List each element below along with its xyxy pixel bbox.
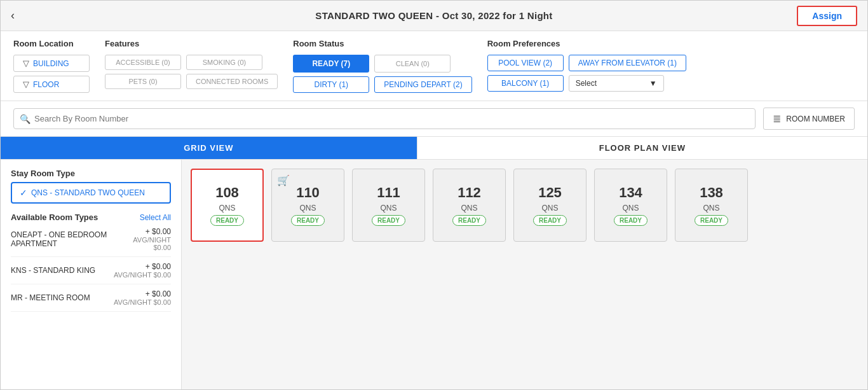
room-type-code: QNS [380,204,397,212]
features-group: Features ACCESSIBLE (0) SMOKING (0) PETS… [105,39,278,89]
room-number: 112 [458,185,481,201]
room-number: 110 [296,185,320,201]
back-button[interactable]: ‹ [11,9,15,22]
sort-icon: ≣ [773,113,781,125]
select-all-link[interactable]: Select All [140,213,171,222]
room-status-badge: READY [695,215,728,226]
room-status-title: Room Status [293,39,471,48]
room-status-badge: READY [452,215,486,226]
select-label: Select [576,79,597,88]
stay-room-type-section: Stay Room Type ✓ QNS - STANDARD TWO QUEE… [11,169,171,204]
room-type-price: + $0.00 AVG/NIGHT $0.00 [114,262,171,279]
room-prefs-title: Room Preferences [487,39,686,48]
available-types-title: Available Room Types [11,212,98,222]
room-location-group: Room Location ▽ BUILDING ▽ FLOOR [13,39,90,93]
available-room-types-section: Available Room Types Select All ONEAPT -… [11,212,171,312]
room-type-item[interactable]: MR - MEETING ROOM + $0.00 AVG/NIGHT $0.0… [11,284,171,312]
check-icon: ✓ [20,188,27,198]
room-type-code: QNS [461,204,477,212]
room-number: 138 [700,185,723,201]
room-type-code: QNS [703,204,719,212]
filter-icon2: ▽ [23,80,29,89]
room-grid: 108 QNS READY 🛒 110 QNS READY 111 QNS RE… [182,160,867,389]
chevron-down-icon: ▼ [649,79,657,88]
assign-button[interactable]: Assign [797,6,857,26]
sort-label: ROOM NUMBER [786,115,845,123]
room-card[interactable]: 111 QNS READY [352,169,425,242]
room-number: 108 [215,185,239,201]
preferences-select[interactable]: Select ▼ [569,75,664,92]
room-number: 111 [377,185,400,201]
room-type-name: MR - MEETING ROOM [11,293,90,302]
room-type-code: QNS [541,204,558,212]
away-elevator-btn[interactable]: AWAY FROM ELEVATOR (1) [569,55,686,71]
room-type-name: KNS - STANDARD KING [11,266,95,275]
features-title: Features [105,39,278,48]
stay-room-type-label: QNS - STANDARD TWO QUEEN [31,188,145,197]
view-tabs: GRID VIEW FLOOR PLAN VIEW [1,137,867,160]
room-type-code: QNS [299,204,316,212]
left-sidebar: Stay Room Type ✓ QNS - STANDARD TWO QUEE… [1,160,182,389]
header: ‹ STANDARD TWO QUEEN - Oct 30, 2022 for … [1,1,867,31]
pending-depart-btn[interactable]: PENDING DEPART (2) [374,76,471,93]
room-card[interactable]: 112 QNS READY [433,169,506,242]
room-location-title: Room Location [13,39,90,48]
room-status-badge: READY [533,215,567,226]
room-type-price: + $0.00 AVG/NIGHT $0.00 [125,227,171,251]
main-content: Stay Room Type ✓ QNS - STANDARD TWO QUEE… [1,160,867,389]
room-type-code: QNS [219,204,235,212]
room-card[interactable]: 134 QNS READY [594,169,667,242]
room-status-badge: READY [210,215,244,226]
room-status-badge: READY [614,215,648,226]
building-label: BUILDING [33,59,69,68]
stay-room-type-title: Stay Room Type [11,169,171,178]
balcony-btn[interactable]: BALCONY (1) [487,75,564,92]
stay-room-type-value[interactable]: ✓ QNS - STANDARD TWO QUEEN [11,182,171,204]
room-type-item[interactable]: KNS - STANDARD KING + $0.00 AVG/NIGHT $0… [11,257,171,284]
tab-floor-plan-view[interactable]: FLOOR PLAN VIEW [417,137,867,159]
building-filter-btn[interactable]: ▽ BUILDING [13,55,90,72]
room-type-name: ONEAPT - ONE BEDROOM APARTMENT [11,230,125,248]
clean-btn[interactable]: CLEAN (0) [374,55,451,73]
sort-button[interactable]: ≣ ROOM NUMBER [763,108,855,130]
room-card[interactable]: 108 QNS READY [191,169,264,242]
connected-rooms-btn[interactable]: CONNECTED ROOMS [186,74,278,89]
pets-btn[interactable]: PETS (0) [105,74,181,89]
accessible-btn[interactable]: ACCESSIBLE (0) [105,55,181,70]
room-number: 125 [538,185,562,201]
room-status-group: Room Status READY (7) CLEAN (0) DIRTY (1… [293,39,471,93]
room-luggage-icon: 🛒 [277,174,290,186]
room-type-code: QNS [622,204,639,212]
search-sort-row: 🔍 ≣ ROOM NUMBER [1,101,867,137]
tab-grid-view[interactable]: GRID VIEW [1,137,417,159]
filters-row: Room Location ▽ BUILDING ▽ FLOOR Feature… [13,39,855,93]
search-input[interactable] [13,108,756,129]
app-container: ‹ STANDARD TWO QUEEN - Oct 30, 2022 for … [0,0,868,390]
filter-icon: ▽ [23,59,29,68]
available-header: Available Room Types Select All [11,212,171,222]
pool-view-btn[interactable]: POOL VIEW (2) [487,55,564,71]
smoking-btn[interactable]: SMOKING (0) [186,55,262,70]
room-status-badge: READY [372,215,405,226]
room-card[interactable]: 🛒 110 QNS READY [271,169,344,242]
search-input-wrap: 🔍 [13,108,756,129]
room-type-list: ONEAPT - ONE BEDROOM APARTMENT + $0.00 A… [11,222,171,312]
header-title: STANDARD TWO QUEEN - Oct 30, 2022 for 1 … [315,10,552,21]
filters-section: Room Location ▽ BUILDING ▽ FLOOR Feature… [1,31,867,101]
dirty-btn[interactable]: DIRTY (1) [293,76,369,93]
room-number: 134 [619,185,642,201]
search-icon: 🔍 [20,114,31,124]
floor-label: FLOOR [33,80,59,89]
floor-filter-btn[interactable]: ▽ FLOOR [13,76,90,93]
ready-btn[interactable]: READY (7) [293,55,369,73]
room-card[interactable]: 125 QNS READY [513,169,587,242]
room-status-badge: READY [291,215,325,226]
room-type-item[interactable]: ONEAPT - ONE BEDROOM APARTMENT + $0.00 A… [11,222,171,257]
room-preferences-group: Room Preferences POOL VIEW (2) AWAY FROM… [487,39,686,92]
room-card[interactable]: 138 QNS READY [675,169,748,242]
room-type-price: + $0.00 AVG/NIGHT $0.00 [114,289,171,306]
